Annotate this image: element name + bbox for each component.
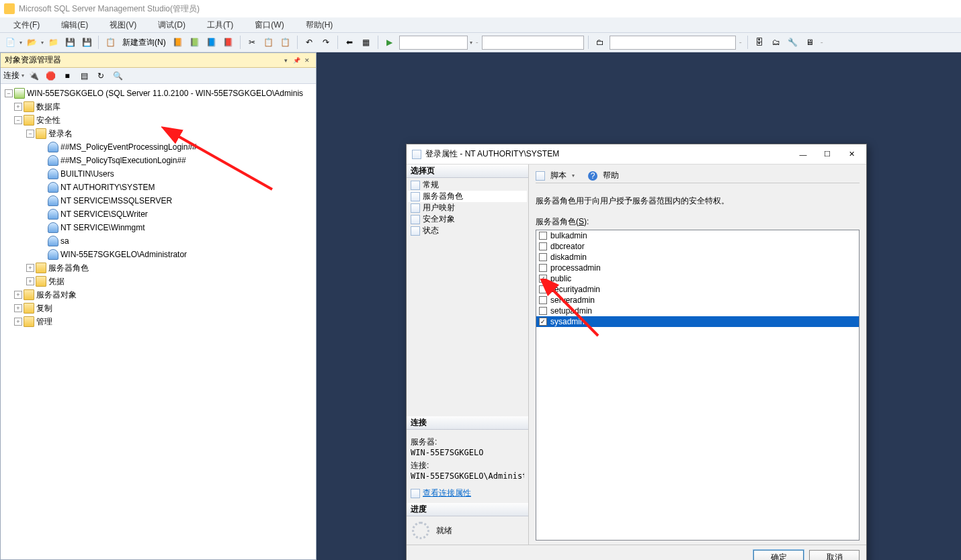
properties-window-button[interactable]: 🖥 <box>802 35 817 50</box>
undo-button[interactable]: ↶ <box>302 35 317 50</box>
collapse-icon[interactable]: − <box>14 116 22 124</box>
collapse-icon[interactable]: − <box>26 130 34 138</box>
new-query-button[interactable]: 新建查询(N) <box>120 37 169 48</box>
tree-login-item[interactable]: NT SERVICE\Winmgmt <box>2 221 315 234</box>
filter-icon[interactable]: ▤ <box>77 68 91 83</box>
tree-login-item[interactable]: ##MS_PolicyEventProcessingLogin## <box>2 140 315 154</box>
expand-icon[interactable]: + <box>26 277 34 285</box>
expand-icon[interactable]: + <box>14 103 22 111</box>
tree-login-item[interactable]: ##MS_PolicyTsqlExecutionLogin## <box>2 154 315 167</box>
dialog-nav-item[interactable]: 服务器角色 <box>408 191 527 202</box>
add-button[interactable]: 📂 <box>24 35 39 50</box>
ok-button[interactable]: 确定 <box>753 550 804 560</box>
panel-dropdown-icon[interactable]: ▾ <box>281 56 290 65</box>
registered-servers-button[interactable]: 🗄 <box>752 35 767 50</box>
database-select[interactable] <box>482 36 584 50</box>
search-icon[interactable]: 🔍 <box>110 68 125 83</box>
expand-icon[interactable]: + <box>14 291 22 299</box>
expand-icon[interactable]: + <box>14 318 22 326</box>
server-role-item[interactable]: setupadmin <box>536 306 859 316</box>
menu-debug[interactable]: 调试(D) <box>147 17 196 33</box>
view-connection-properties-link[interactable]: 查看连接属性 <box>423 487 471 499</box>
redo-button[interactable]: ↷ <box>319 35 333 50</box>
checkbox[interactable] <box>539 253 547 261</box>
tree-security[interactable]: −安全性 <box>2 113 315 127</box>
new-project-button[interactable]: 📄 <box>3 35 17 50</box>
dmx-query-button[interactable]: 📘 <box>204 35 219 50</box>
tree-login-item[interactable]: BUILTIN\Users <box>2 167 315 181</box>
tree-databases[interactable]: +数据库 <box>2 100 315 113</box>
server-role-item[interactable]: ✓public <box>536 273 859 284</box>
object-explorer-button[interactable]: 🗂 <box>769 35 784 50</box>
collapse-icon[interactable]: − <box>5 89 13 97</box>
tree-root[interactable]: −WIN-55E7SGKGELO (SQL Server 11.0.2100 -… <box>2 87 315 100</box>
new-query-icon[interactable]: 📋 <box>103 35 118 50</box>
copy-button[interactable]: 📋 <box>261 35 276 50</box>
activity-monitor-button[interactable]: 🗀 <box>593 35 608 50</box>
nav-back-button[interactable]: ⬅ <box>342 35 357 50</box>
tree-login-item[interactable]: WIN-55E7SGKGELO\Administrator <box>2 248 315 261</box>
checkbox[interactable] <box>539 232 547 240</box>
connect-icon[interactable]: 🔌 <box>26 68 41 83</box>
panel-close-icon[interactable]: ✕ <box>302 56 312 65</box>
tree-login-item[interactable]: NT AUTHORITY\SYSTEM <box>2 181 315 194</box>
tree-login-item[interactable]: NT SERVICE\MSSQLSERVER <box>2 194 315 207</box>
tree-replication[interactable]: +复制 <box>2 301 315 315</box>
refresh-icon[interactable]: ↻ <box>93 68 108 83</box>
dialog-nav-item[interactable]: 常规 <box>408 179 527 191</box>
disconnect-icon[interactable]: 🛑 <box>43 68 58 83</box>
server-role-item[interactable]: securityadmin <box>536 284 859 295</box>
db-engine-query-button[interactable]: 📙 <box>171 35 185 50</box>
expand-icon[interactable]: + <box>26 264 34 272</box>
tree-management[interactable]: +管理 <box>2 315 315 328</box>
close-button[interactable]: ✕ <box>842 148 861 161</box>
checkbox[interactable] <box>539 296 547 304</box>
menu-view[interactable]: 视图(V) <box>99 17 147 33</box>
help-button[interactable]: 帮助 <box>603 170 619 181</box>
server-role-item[interactable]: processadmin <box>536 263 859 273</box>
open-file-button[interactable]: 📁 <box>46 35 60 50</box>
cut-button[interactable]: ✂ <box>245 35 259 50</box>
expand-icon[interactable]: + <box>14 304 22 312</box>
checkbox[interactable]: ✓ <box>539 318 547 326</box>
tree-credentials[interactable]: +凭据 <box>2 275 315 288</box>
menu-tools[interactable]: 工具(T) <box>196 17 244 33</box>
server-role-item[interactable]: diskadmin <box>536 252 859 263</box>
server-role-item[interactable]: serveradmin <box>536 295 859 306</box>
paste-button[interactable]: 📋 <box>278 35 293 50</box>
maximize-button[interactable]: ☐ <box>818 148 837 161</box>
server-role-item[interactable]: bulkadmin <box>536 230 859 241</box>
xmla-query-button[interactable]: 📕 <box>221 35 236 50</box>
go-button[interactable]: ▦ <box>359 35 374 50</box>
debug-target-select[interactable] <box>399 36 468 50</box>
dialog-titlebar[interactable]: 登录属性 - NT AUTHORITY\SYSTEM — ☐ ✕ <box>407 144 866 165</box>
template-browser-button[interactable]: 🔧 <box>786 35 800 50</box>
checkbox[interactable]: ✓ <box>539 275 547 283</box>
script-button[interactable]: 脚本 <box>550 170 567 181</box>
execute-button[interactable]: ▶ <box>382 35 397 50</box>
save-all-button[interactable]: 💾 <box>79 35 94 50</box>
mdx-query-button[interactable]: 📗 <box>187 35 202 50</box>
checkbox[interactable] <box>539 307 547 315</box>
cancel-button[interactable]: 取消 <box>809 550 860 560</box>
menu-file[interactable]: 文件(F) <box>3 17 50 33</box>
dialog-nav-item[interactable]: 用户映射 <box>408 202 527 214</box>
server-role-item[interactable]: ✓sysadmin <box>536 316 859 327</box>
connect-button[interactable]: 连接 <box>3 70 19 81</box>
save-button[interactable]: 💾 <box>62 35 77 50</box>
checkbox[interactable] <box>539 242 547 250</box>
dialog-nav-item[interactable]: 安全对象 <box>408 214 527 225</box>
minimize-button[interactable]: — <box>794 148 812 161</box>
server-role-item[interactable]: dbcreator <box>536 241 859 252</box>
panel-pin-icon[interactable]: 📌 <box>292 56 301 65</box>
menu-help[interactable]: 帮助(H) <box>295 17 344 33</box>
tree-server-objects[interactable]: +服务器对象 <box>2 288 315 301</box>
stop-icon[interactable]: ■ <box>60 68 75 83</box>
checkbox[interactable] <box>539 285 547 293</box>
object-explorer-tree[interactable]: −WIN-55E7SGKGELO (SQL Server 11.0.2100 -… <box>1 84 316 559</box>
tree-server-roles[interactable]: +服务器角色 <box>2 261 315 275</box>
dialog-nav-item[interactable]: 状态 <box>408 225 527 236</box>
menu-window[interactable]: 窗口(W) <box>244 17 294 33</box>
find-combo[interactable] <box>610 36 736 50</box>
tree-login-item[interactable]: sa <box>2 234 315 248</box>
